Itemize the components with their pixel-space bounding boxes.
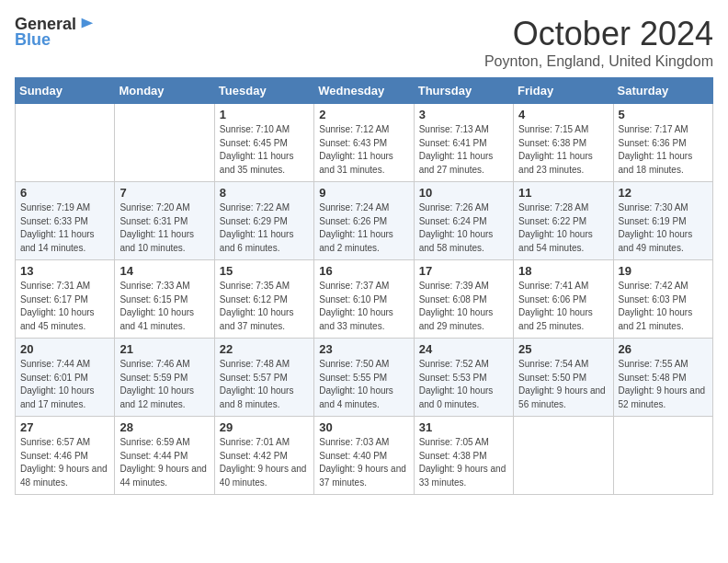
day-number: 5	[619, 108, 708, 121]
day-info: Sunrise: 7:05 AM Sunset: 4:38 PM Dayligh…	[419, 436, 508, 489]
day-number: 23	[319, 342, 408, 356]
logo: General Blue	[15, 15, 95, 50]
day-number: 12	[619, 186, 708, 200]
day-number: 24	[419, 342, 508, 356]
day-number: 28	[119, 420, 209, 434]
calendar-cell: 21Sunrise: 7:46 AM Sunset: 5:59 PM Dayli…	[115, 339, 214, 417]
week-row-2: 6Sunrise: 7:19 AM Sunset: 6:33 PM Daylig…	[16, 182, 713, 260]
logo-blue: Blue	[15, 30, 51, 50]
calendar-cell: 29Sunrise: 7:01 AM Sunset: 4:42 PM Dayli…	[214, 417, 313, 495]
day-info: Sunrise: 7:17 AM Sunset: 6:36 PM Dayligh…	[619, 123, 708, 177]
day-number: 25	[518, 342, 608, 356]
day-info: Sunrise: 7:48 AM Sunset: 5:57 PM Dayligh…	[220, 358, 309, 411]
calendar-cell: 7Sunrise: 7:20 AM Sunset: 6:31 PM Daylig…	[115, 182, 214, 260]
calendar-cell: 14Sunrise: 7:33 AM Sunset: 6:15 PM Dayli…	[115, 260, 214, 339]
day-number: 27	[20, 420, 109, 434]
day-info: Sunrise: 7:37 AM Sunset: 6:10 PM Dayligh…	[319, 280, 408, 333]
day-number: 4	[518, 108, 608, 121]
day-info: Sunrise: 7:55 AM Sunset: 5:48 PM Dayligh…	[619, 358, 708, 411]
calendar-cell	[613, 417, 712, 495]
day-info: Sunrise: 7:41 AM Sunset: 6:06 PM Dayligh…	[518, 280, 608, 333]
day-info: Sunrise: 7:12 AM Sunset: 6:43 PM Dayligh…	[319, 123, 408, 177]
day-info: Sunrise: 7:46 AM Sunset: 5:59 PM Dayligh…	[119, 358, 209, 411]
calendar-cell: 22Sunrise: 7:48 AM Sunset: 5:57 PM Dayli…	[214, 339, 313, 417]
day-info: Sunrise: 7:15 AM Sunset: 6:38 PM Dayligh…	[518, 123, 608, 177]
day-number: 11	[518, 186, 608, 200]
location-title: Poynton, England, United Kingdom	[484, 53, 713, 70]
title-area: October 2024 Poynton, England, United Ki…	[484, 15, 713, 70]
calendar-cell: 25Sunrise: 7:54 AM Sunset: 5:50 PM Dayli…	[514, 339, 613, 417]
calendar-cell: 19Sunrise: 7:42 AM Sunset: 6:03 PM Dayli…	[613, 260, 712, 339]
day-number: 3	[419, 108, 508, 121]
calendar-cell: 11Sunrise: 7:28 AM Sunset: 6:22 PM Dayli…	[514, 182, 613, 260]
day-number: 6	[20, 186, 109, 200]
calendar-cell: 31Sunrise: 7:05 AM Sunset: 4:38 PM Dayli…	[414, 417, 513, 495]
logo-flag-icon	[78, 17, 95, 33]
calendar-cell: 30Sunrise: 7:03 AM Sunset: 4:40 PM Dayli…	[314, 417, 414, 495]
week-row-4: 20Sunrise: 7:44 AM Sunset: 6:01 PM Dayli…	[16, 339, 713, 417]
calendar-cell: 15Sunrise: 7:35 AM Sunset: 6:12 PM Dayli…	[214, 260, 313, 339]
day-number: 14	[119, 264, 209, 278]
day-info: Sunrise: 7:24 AM Sunset: 6:26 PM Dayligh…	[319, 201, 408, 255]
day-info: Sunrise: 7:19 AM Sunset: 6:33 PM Dayligh…	[20, 201, 109, 255]
day-info: Sunrise: 7:44 AM Sunset: 6:01 PM Dayligh…	[20, 358, 109, 411]
day-number: 18	[518, 264, 608, 278]
day-info: Sunrise: 7:03 AM Sunset: 4:40 PM Dayligh…	[319, 436, 408, 489]
calendar-cell	[514, 417, 613, 495]
weekday-header-thursday: Thursday	[414, 78, 513, 104]
month-title: October 2024	[484, 15, 713, 53]
calendar-cell: 13Sunrise: 7:31 AM Sunset: 6:17 PM Dayli…	[16, 260, 115, 339]
calendar-table: SundayMondayTuesdayWednesdayThursdayFrid…	[15, 77, 713, 495]
day-info: Sunrise: 7:42 AM Sunset: 6:03 PM Dayligh…	[619, 280, 708, 333]
day-info: Sunrise: 7:30 AM Sunset: 6:19 PM Dayligh…	[619, 201, 708, 255]
day-number: 20	[20, 342, 109, 356]
day-number: 19	[619, 264, 708, 278]
day-info: Sunrise: 6:57 AM Sunset: 4:46 PM Dayligh…	[20, 436, 109, 489]
calendar-cell	[115, 104, 214, 182]
calendar-cell: 28Sunrise: 6:59 AM Sunset: 4:44 PM Dayli…	[115, 417, 214, 495]
day-number: 8	[220, 186, 309, 200]
day-info: Sunrise: 6:59 AM Sunset: 4:44 PM Dayligh…	[119, 436, 209, 489]
calendar-cell: 10Sunrise: 7:26 AM Sunset: 6:24 PM Dayli…	[414, 182, 513, 260]
day-number: 30	[319, 420, 408, 434]
calendar-cell: 16Sunrise: 7:37 AM Sunset: 6:10 PM Dayli…	[314, 260, 414, 339]
day-number: 16	[319, 264, 408, 278]
calendar-cell: 27Sunrise: 6:57 AM Sunset: 4:46 PM Dayli…	[16, 417, 115, 495]
weekday-header-sunday: Sunday	[16, 78, 115, 104]
header: General Blue October 2024 Poynton, Engla…	[15, 15, 713, 70]
day-number: 26	[619, 342, 708, 356]
day-info: Sunrise: 7:28 AM Sunset: 6:22 PM Dayligh…	[518, 201, 608, 255]
header-row: SundayMondayTuesdayWednesdayThursdayFrid…	[16, 78, 713, 104]
day-info: Sunrise: 7:26 AM Sunset: 6:24 PM Dayligh…	[419, 201, 508, 255]
day-info: Sunrise: 7:10 AM Sunset: 6:45 PM Dayligh…	[220, 123, 309, 177]
calendar-cell	[16, 104, 115, 182]
day-info: Sunrise: 7:54 AM Sunset: 5:50 PM Dayligh…	[518, 358, 608, 411]
weekday-header-saturday: Saturday	[613, 78, 712, 104]
day-number: 15	[220, 264, 309, 278]
calendar-cell: 17Sunrise: 7:39 AM Sunset: 6:08 PM Dayli…	[414, 260, 513, 339]
calendar-cell: 24Sunrise: 7:52 AM Sunset: 5:53 PM Dayli…	[414, 339, 513, 417]
calendar-cell: 12Sunrise: 7:30 AM Sunset: 6:19 PM Dayli…	[613, 182, 712, 260]
calendar-cell: 18Sunrise: 7:41 AM Sunset: 6:06 PM Dayli…	[514, 260, 613, 339]
calendar-cell: 3Sunrise: 7:13 AM Sunset: 6:41 PM Daylig…	[414, 104, 513, 182]
week-row-3: 13Sunrise: 7:31 AM Sunset: 6:17 PM Dayli…	[16, 260, 713, 339]
calendar-cell: 6Sunrise: 7:19 AM Sunset: 6:33 PM Daylig…	[16, 182, 115, 260]
day-number: 21	[119, 342, 209, 356]
day-info: Sunrise: 7:50 AM Sunset: 5:55 PM Dayligh…	[319, 358, 408, 411]
day-number: 31	[419, 420, 508, 434]
day-info: Sunrise: 7:20 AM Sunset: 6:31 PM Dayligh…	[119, 201, 209, 255]
day-number: 29	[220, 420, 309, 434]
day-number: 2	[319, 108, 408, 121]
day-number: 1	[220, 108, 309, 121]
day-number: 9	[319, 186, 408, 200]
calendar-cell: 23Sunrise: 7:50 AM Sunset: 5:55 PM Dayli…	[314, 339, 414, 417]
day-info: Sunrise: 7:01 AM Sunset: 4:42 PM Dayligh…	[220, 436, 309, 489]
day-number: 22	[220, 342, 309, 356]
day-info: Sunrise: 7:22 AM Sunset: 6:29 PM Dayligh…	[220, 201, 309, 255]
calendar-cell: 26Sunrise: 7:55 AM Sunset: 5:48 PM Dayli…	[613, 339, 712, 417]
week-row-1: 1Sunrise: 7:10 AM Sunset: 6:45 PM Daylig…	[16, 104, 713, 182]
calendar-cell: 5Sunrise: 7:17 AM Sunset: 6:36 PM Daylig…	[613, 104, 712, 182]
day-info: Sunrise: 7:13 AM Sunset: 6:41 PM Dayligh…	[419, 123, 508, 177]
svg-marker-0	[82, 17, 94, 28]
calendar-cell: 1Sunrise: 7:10 AM Sunset: 6:45 PM Daylig…	[214, 104, 313, 182]
